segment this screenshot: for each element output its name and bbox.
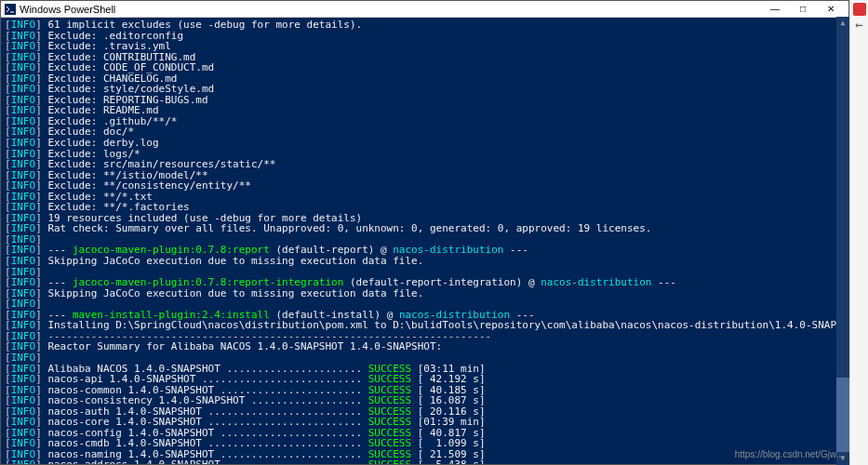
extension-icon[interactable] xyxy=(853,3,866,16)
scrollbar-thumb[interactable] xyxy=(836,378,849,452)
terminal-output[interactable]: [INFO] 61 implicit excludes (use -debug … xyxy=(1,18,848,464)
watermark: https://blog.csdn.net/Gjw... xyxy=(735,449,844,459)
scroll-up-icon[interactable]: ▲ xyxy=(836,17,849,30)
back-icon[interactable]: ← xyxy=(850,17,868,32)
titlebar: Windows PowerShell — □ ✕ xyxy=(1,1,848,18)
svg-rect-0 xyxy=(5,4,16,15)
powershell-window: Windows PowerShell — □ ✕ [INFO] 61 impli… xyxy=(0,0,849,465)
window-buttons: — □ ✕ xyxy=(761,2,845,17)
browser-sidebar: ← xyxy=(849,0,868,465)
powershell-icon xyxy=(5,4,16,15)
minimize-button[interactable]: — xyxy=(761,2,789,17)
window-title: Windows PowerShell xyxy=(20,4,761,15)
maximize-button[interactable]: □ xyxy=(789,2,817,17)
close-button[interactable]: ✕ xyxy=(817,2,845,17)
vertical-scrollbar[interactable]: ▲ ▼ xyxy=(836,17,849,465)
